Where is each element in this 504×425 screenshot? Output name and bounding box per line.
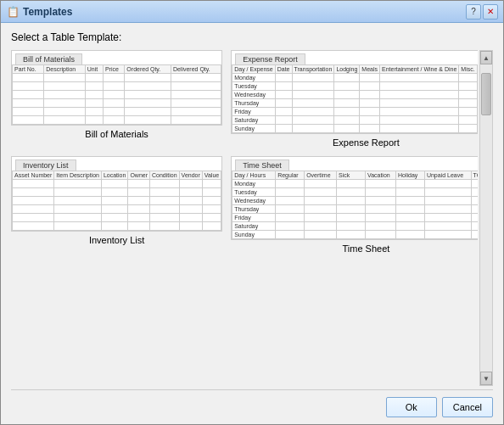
inventory-list-preview: Inventory List Asset Number Item Descrip… [11, 156, 222, 232]
table-row [13, 180, 221, 188]
table-row: Saturday [232, 116, 478, 125]
cancel-button[interactable]: Cancel [442, 397, 493, 417]
expense-report-label: Expense Report [333, 137, 400, 148]
expense-report-preview: Expense Report Day / Expense Date Transp… [231, 50, 478, 134]
table-row [13, 99, 221, 108]
dialog-body: Select a Table Template: Bill of Materia… [1, 23, 503, 424]
table-row: Friday [232, 214, 478, 222]
inventory-list-table: Asset Number Item Description Location O… [12, 171, 221, 231]
time-sheet-tab: Time Sheet [235, 159, 289, 171]
table-row [13, 205, 221, 214]
table-row [13, 91, 221, 99]
col-location: Location [101, 171, 127, 180]
title-bar: 📋 Templates ? ✕ [1, 1, 503, 23]
col-transportation: Transportation [292, 65, 334, 74]
templates-grid: Bill of Materials Part No. Description U… [11, 50, 478, 254]
template-expense-report[interactable]: Expense Report Day / Expense Date Transp… [231, 50, 478, 148]
template-time-sheet[interactable]: Time Sheet Day / Hours Regular Overtime … [231, 156, 478, 254]
templates-dialog: 📋 Templates ? ✕ Select a Table Template:… [0, 0, 504, 425]
col-price: Price [103, 65, 124, 74]
table-row: Wednesday [232, 197, 478, 205]
table-row: Thursday [232, 205, 478, 214]
window-icon: 📋 [6, 5, 20, 19]
table-row [13, 82, 221, 91]
col-regular: Regular [276, 171, 305, 180]
table-row: Tuesday [232, 82, 478, 91]
help-button[interactable]: ? [466, 4, 481, 20]
table-row [13, 116, 221, 125]
col-description: Description [44, 65, 86, 74]
expense-report-tab: Expense Report [235, 53, 305, 64]
close-button[interactable]: ✕ [483, 4, 498, 20]
col-delivered-qty: Delivered Qty. [171, 65, 221, 74]
col-lodging: Lodging [334, 65, 360, 74]
table-row: Monday [232, 74, 478, 82]
scroll-content[interactable]: Bill of Materials Part No. Description U… [11, 50, 478, 386]
table-row [13, 222, 221, 231]
table-row: Sunday [232, 125, 478, 133]
ok-button[interactable]: Ok [386, 397, 437, 417]
col-sick: Sick [337, 171, 366, 180]
table-row: Thursday [232, 99, 478, 108]
col-unit: Unit [85, 65, 103, 74]
dialog-header: Select a Table Template: [11, 31, 493, 43]
inventory-list-label: Inventory List [89, 235, 144, 245]
col-total: TOTAL [471, 171, 478, 180]
table-row: Friday [232, 108, 478, 116]
col-asset-number: Asset Number [13, 171, 54, 180]
col-holiday: Holiday [395, 171, 424, 180]
inventory-list-tab: Inventory List [15, 159, 76, 171]
col-vendor: Vendor [179, 171, 202, 180]
bill-of-materials-preview: Bill of Materials Part No. Description U… [11, 50, 222, 126]
time-sheet-label: Time Sheet [342, 243, 389, 254]
table-row [13, 74, 221, 82]
col-item-description: Item Description [54, 171, 102, 180]
table-row: Saturday [232, 222, 478, 231]
scrollbar-thumb[interactable] [481, 73, 491, 115]
time-sheet-table: Day / Hours Regular Overtime Sick Vacati… [232, 171, 478, 239]
bill-of-materials-label: Bill of Materials [85, 129, 148, 139]
col-value: Value [202, 171, 221, 180]
col-ordered-qty: Ordered Qty. [125, 65, 171, 74]
col-entertainment: Entertainment / Wine & Dine [380, 65, 459, 74]
table-row [13, 197, 221, 205]
header-label: Select a Table Template: [11, 31, 121, 43]
col-overtime: Overtime [305, 171, 337, 180]
table-row [13, 214, 221, 222]
col-day-expense: Day / Expense [232, 65, 276, 74]
scroll-up-button[interactable]: ▲ [480, 51, 492, 64]
title-bar-controls: ? ✕ [466, 4, 498, 20]
col-meals: Meals [360, 65, 380, 74]
table-row [13, 188, 221, 197]
window-title: Templates [23, 6, 466, 18]
scrollbar-track[interactable] [480, 64, 492, 372]
col-part-no: Part No. [13, 65, 44, 74]
template-bill-of-materials[interactable]: Bill of Materials Part No. Description U… [11, 50, 222, 148]
col-date: Date [275, 65, 292, 74]
col-vacation: Vacation [365, 171, 395, 180]
col-condition: Condition [150, 171, 180, 180]
table-row: Monday [232, 180, 478, 188]
content-area: Bill of Materials Part No. Description U… [11, 50, 493, 386]
scrollbar[interactable]: ▲ ▼ [479, 50, 493, 386]
bill-of-materials-table: Part No. Description Unit Price Ordered … [12, 64, 221, 125]
col-owner: Owner [128, 171, 150, 180]
expense-report-table: Day / Expense Date Transportation Lodgin… [232, 64, 478, 133]
time-sheet-preview: Time Sheet Day / Hours Regular Overtime … [231, 156, 478, 240]
col-day-hours: Day / Hours [232, 171, 276, 180]
dialog-footer: Ok Cancel [11, 389, 493, 417]
template-inventory-list[interactable]: Inventory List Asset Number Item Descrip… [11, 156, 222, 254]
col-misc: Misc. [459, 65, 477, 74]
col-total: TOTAL [477, 65, 478, 74]
table-row [13, 108, 221, 116]
bill-of-materials-tab: Bill of Materials [15, 53, 82, 64]
table-row: Tuesday [232, 188, 478, 197]
table-row: Wednesday [232, 91, 478, 99]
table-row: Sunday [232, 231, 478, 239]
col-unpaid-leave: Unpaid Leave [424, 171, 471, 180]
scroll-down-button[interactable]: ▼ [480, 372, 492, 385]
